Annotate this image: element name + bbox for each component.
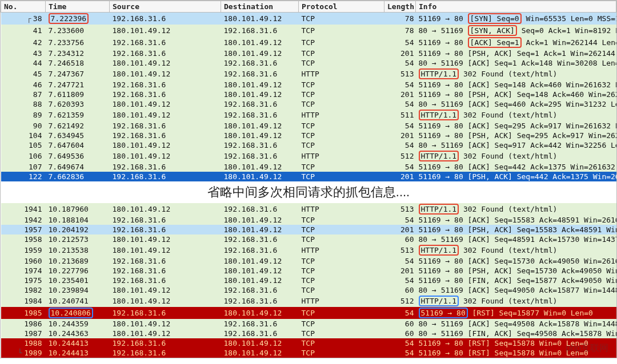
cell-info: 51169 → 80 [PSH, ACK] Seq=15583 Ack=4859… (416, 225, 616, 234)
cell-no: ┌38 (1, 13, 46, 25)
cell-info: HTTP/1.1 302 Found (text/html) (416, 244, 616, 256)
table-row[interactable]: 1077.649674192.168.31.6180.101.49.12TCP5… (1, 162, 616, 172)
cell-source: 192.168.31.6 (110, 13, 221, 25)
cell-time: 7.233600 (46, 25, 110, 37)
cell-protocol: TCP (299, 319, 384, 329)
table-row[interactable]: 197410.227796192.168.31.6180.101.49.12TC… (1, 266, 616, 276)
table-row[interactable]: 887.620393180.101.49.12192.168.31.6TCP54… (1, 99, 616, 109)
table-row[interactable]: 194210.188104192.168.31.6180.101.49.12TC… (1, 215, 616, 225)
cell-protocol: TCP (299, 338, 384, 348)
table-row[interactable]: 1047.634945192.168.31.6180.101.49.12TCP2… (1, 131, 616, 140)
cell-info: 80 → 51169 [ACK] Seq=49050 Ack=15877 Win… (416, 285, 616, 295)
cell-source: 192.168.31.6 (110, 37, 221, 48)
cell-info: 80 → 51169 [ACK] Seq=48591 Ack=15730 Win… (416, 234, 616, 244)
table-row[interactable]: 197510.235401192.168.31.6180.101.49.12TC… (1, 276, 616, 285)
table-row[interactable]: 1227.662836192.168.31.6180.101.49.12TCP2… (1, 172, 616, 181)
cell-time: 10.204192 (46, 225, 110, 234)
table-row[interactable]: 198610.244359180.101.49.12192.168.31.6TC… (1, 319, 616, 329)
cell-length: 78 (384, 13, 416, 25)
cell-time: 7.662836 (46, 172, 110, 181)
cell-no: 106 (1, 150, 46, 162)
cell-source: 192.168.31.6 (110, 131, 221, 140)
cell-destination: 192.168.31.6 (221, 234, 299, 244)
cell-time: 10.244413 (46, 338, 110, 348)
cell-time: 7.620393 (46, 99, 110, 109)
table-row[interactable]: 198710.244363180.101.49.12192.168.31.6TC… (1, 329, 616, 338)
cell-protocol: TCP (299, 48, 384, 58)
cell-info: 51169 → 80 [ACK] Seq=442 Ack=1375 Win=26… (416, 162, 616, 172)
cell-info: 80 → 51169 [ACK] Seq=917 Ack=442 Win=322… (416, 140, 616, 150)
table-row[interactable]: 1067.649536180.101.49.12192.168.31.6HTTP… (1, 150, 616, 162)
table-row[interactable]: 427.233756192.168.31.6180.101.49.12TCP54… (1, 37, 616, 48)
col-length[interactable]: Length (384, 1, 416, 13)
cell-protocol: HTTP (299, 244, 384, 256)
cell-length: 54 (384, 256, 416, 266)
cell-no: 41 (1, 25, 46, 37)
col-protocol[interactable]: Protocol (299, 1, 384, 13)
cell-info: HTTP/1.1 302 Found (text/html) (416, 295, 616, 307)
table-row[interactable]: 897.621359180.101.49.12192.168.31.6HTTP5… (1, 109, 616, 121)
cell-time: 10.213689 (46, 256, 110, 266)
table-row[interactable]: 198210.239894180.101.49.12192.168.31.6TC… (1, 285, 616, 295)
table-row[interactable]: 195710.204192192.168.31.6180.101.49.12TC… (1, 225, 616, 234)
cell-no: 1986 (1, 319, 46, 329)
table-row[interactable]: 1057.647604180.101.49.12192.168.31.6TCP5… (1, 140, 616, 150)
cell-destination: 180.101.49.12 (221, 80, 299, 90)
cell-no: 42 (1, 37, 46, 48)
cell-no: 104 (1, 131, 46, 140)
cell-length: 60 (384, 329, 416, 338)
col-no[interactable]: No. (1, 1, 46, 13)
cell-length: 60 (384, 285, 416, 295)
table-row[interactable]: 196010.213689192.168.31.6180.101.49.12TC… (1, 256, 616, 266)
table-row[interactable]: 467.247721192.168.31.6180.101.49.12TCP54… (1, 80, 616, 90)
col-info[interactable]: Info (416, 1, 616, 13)
cell-time: 7.621359 (46, 109, 110, 121)
table-row[interactable]: 198510.240806192.168.31.6180.101.49.12TC… (1, 307, 616, 319)
col-source[interactable]: Source (110, 1, 221, 13)
col-dest[interactable]: Destination (221, 1, 299, 13)
cell-no: 1957 (1, 225, 46, 234)
table-row[interactable]: 437.234312192.168.31.6180.101.49.12TCP20… (1, 48, 616, 58)
cell-length: 54 (384, 99, 416, 109)
table-row[interactable]: 457.247367180.101.49.12192.168.31.6HTTP5… (1, 68, 616, 80)
cell-source: 192.168.31.6 (110, 48, 221, 58)
cell-time: 7.246518 (46, 58, 110, 68)
cell-destination: 192.168.31.6 (221, 68, 299, 80)
cell-length: 201 (384, 172, 416, 181)
cell-length: 513 (384, 203, 416, 215)
cell-no: 89 (1, 109, 46, 121)
cell-no: 90 (1, 121, 46, 131)
table-row[interactable]: 195910.213538180.101.49.12192.168.31.6HT… (1, 244, 616, 256)
cell-no: 1959 (1, 244, 46, 256)
cell-length: 201 (384, 266, 416, 276)
table-row[interactable]: 877.611809192.168.31.6180.101.49.12TCP20… (1, 90, 616, 99)
cell-no: 1960 (1, 256, 46, 266)
table-row[interactable]: 907.621492192.168.31.6180.101.49.12TCP54… (1, 121, 616, 131)
table-row[interactable]: 195810.212573180.101.49.12192.168.31.6TC… (1, 234, 616, 244)
cell-protocol: TCP (299, 80, 384, 90)
cell-source: 192.168.31.6 (110, 338, 221, 348)
table-row[interactable]: 198410.240741180.101.49.12192.168.31.6HT… (1, 295, 616, 307)
cell-protocol: TCP (299, 256, 384, 266)
cell-info: 80 → 51169 [ACK] Seq=460 Ack=295 Win=312… (416, 99, 616, 109)
cell-length: 513 (384, 68, 416, 80)
cell-source: 180.101.49.12 (110, 109, 221, 121)
cell-no: └1989 (1, 348, 46, 358)
table-row[interactable]: 198810.244413192.168.31.6180.101.49.12TC… (1, 338, 616, 348)
table-row[interactable]: 417.233600180.101.49.12192.168.31.6TCP78… (1, 25, 616, 37)
cell-destination: 180.101.49.12 (221, 13, 299, 25)
cell-source: 180.101.49.12 (110, 285, 221, 295)
table-row[interactable]: 194110.187960180.101.49.12192.168.31.6HT… (1, 203, 616, 215)
cell-length: 511 (384, 109, 416, 121)
cell-info: 51169 → 80 [RST] Seq=15878 Win=0 Len=0 (416, 348, 616, 358)
cell-protocol: HTTP (299, 150, 384, 162)
cell-destination: 180.101.49.12 (221, 131, 299, 140)
cell-protocol: TCP (299, 13, 384, 25)
table-row[interactable]: ┌387.222396192.168.31.6180.101.49.12TCP7… (1, 13, 616, 25)
table-row[interactable]: 447.246518180.101.49.12192.168.31.6TCP54… (1, 58, 616, 68)
table-row[interactable]: └198910.244413192.168.31.6180.101.49.12T… (1, 348, 616, 358)
cell-info: HTTP/1.1 302 Found (text/html) (416, 68, 616, 80)
cell-protocol: TCP (299, 162, 384, 172)
col-time[interactable]: Time (46, 1, 110, 13)
cell-source: 180.101.49.12 (110, 150, 221, 162)
